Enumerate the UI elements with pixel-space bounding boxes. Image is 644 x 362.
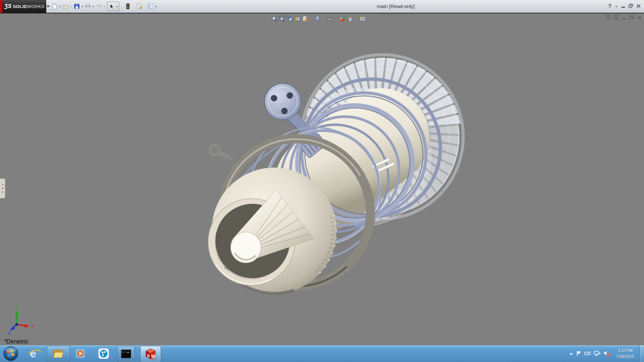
- options-caret[interactable]: ▼: [154, 5, 158, 8]
- print-caret[interactable]: ▼: [92, 5, 95, 8]
- view-orientation-cube-icon[interactable]: [314, 15, 321, 22]
- media-player-button[interactable]: [72, 346, 89, 361]
- taskbar-clock[interactable]: 2:12 PM 7/28/2015: [612, 345, 639, 362]
- internet-explorer-button[interactable]: e: [27, 346, 42, 361]
- hide-show-items-glasses-icon[interactable]: [326, 15, 334, 22]
- solidworks-taskbar-button[interactable]: S W 2015: [140, 346, 161, 362]
- minimize-document-button[interactable]: [622, 15, 626, 21]
- solidworks-logo: ƷS SOLID WORKS: [2, 0, 46, 13]
- show-desktop-button[interactable]: [639, 345, 644, 362]
- close-document-button[interactable]: [637, 15, 641, 21]
- triad-z-label: Z: [8, 330, 11, 336]
- clock-time: 2:12 PM: [618, 348, 633, 354]
- file-properties-icon[interactable]: [136, 3, 143, 10]
- collapse-arrow-icon: ◂: [2, 183, 3, 186]
- help-caret[interactable]: ▼: [614, 5, 618, 8]
- triad-y-label: Y: [15, 305, 18, 310]
- section-view-icon[interactable]: [293, 15, 301, 22]
- options-icon[interactable]: [147, 3, 154, 10]
- apply-scene-ball-icon[interactable]: [346, 15, 354, 22]
- sw-badge-s: S: [147, 353, 150, 358]
- action-center-flag-icon[interactable]: [576, 350, 582, 358]
- save-caret[interactable]: ▼: [80, 5, 84, 8]
- feature-tree-collapse-tab[interactable]: ◂ ◂ ◂: [0, 178, 5, 198]
- reference-triad: Y X Z: [3, 304, 40, 341]
- logo-brand-bold: SOLID: [13, 4, 27, 9]
- close-button[interactable]: [636, 3, 641, 9]
- edit-appearance-ball-icon[interactable]: [338, 15, 346, 22]
- rebuild-traffic-light-icon[interactable]: [124, 3, 131, 10]
- help-button[interactable]: ?: [608, 3, 611, 9]
- print-icon[interactable]: [84, 3, 92, 10]
- collapse-arrow-icon: ◂: [2, 187, 3, 190]
- title-controls: ? ▼: [608, 0, 641, 13]
- select-cursor-icon: [108, 3, 115, 10]
- view-orientation-label: *Dimetric: [4, 338, 29, 345]
- previous-view-icon[interactable]: [286, 15, 293, 22]
- share-app-button[interactable]: [95, 346, 112, 361]
- logo-mark: ƷS: [4, 3, 12, 10]
- volume-muted-icon[interactable]: [603, 350, 610, 358]
- document-window-controls: [606, 15, 641, 21]
- power-plug-icon[interactable]: [584, 350, 591, 358]
- title-bar: ƷS SOLID WORKS ▶ ▼ ▼ ▼ ▼ ▼ ▼: [0, 0, 644, 13]
- cmd-prompt-text: C:\: [122, 351, 126, 354]
- open-document-caret[interactable]: ▼: [69, 5, 73, 8]
- new-document-caret[interactable]: ▼: [58, 5, 62, 8]
- network-display-icon[interactable]: [594, 350, 600, 358]
- window-title: main [Read-only]: [349, 0, 443, 13]
- drawing-view-icon[interactable]: [301, 15, 309, 22]
- view-settings-icon[interactable]: [359, 15, 366, 22]
- save-icon[interactable]: [73, 3, 80, 10]
- collapse-arrow-icon: ◂: [2, 191, 3, 193]
- rear-fan-blades: [305, 57, 461, 214]
- clock-date: 7/28/2015: [616, 354, 634, 360]
- show-hidden-icons-button[interactable]: [569, 351, 574, 357]
- start-button[interactable]: [3, 346, 19, 361]
- select-tool-button[interactable]: ▼: [107, 2, 119, 11]
- jet-engine-3d-model: [0, 13, 644, 345]
- ie-e-glyph: e: [30, 348, 36, 360]
- new-document-icon[interactable]: [51, 3, 58, 10]
- command-prompt-button[interactable]: C:\: [117, 346, 135, 362]
- pane-right-icon[interactable]: [614, 15, 619, 21]
- menu-expand-arrow[interactable]: ▶: [47, 4, 50, 8]
- headsup-view-toolbar: [270, 15, 366, 22]
- app-accent-strip: [0, 0, 2, 13]
- restore-document-button[interactable]: [629, 15, 634, 21]
- undo-caret[interactable]: ▼: [103, 5, 106, 8]
- main-toolbar: ▼ ▼ ▼ ▼ ▼ ▼ ▼: [51, 1, 158, 12]
- minimize-button[interactable]: [621, 3, 626, 9]
- system-tray: [569, 345, 610, 362]
- zoom-to-area-icon[interactable]: [278, 15, 286, 22]
- logo-brand-light: WORKS: [27, 4, 45, 9]
- select-tool-caret[interactable]: ▼: [115, 5, 119, 8]
- front-fan-blades: [296, 88, 430, 223]
- open-document-icon[interactable]: [62, 3, 69, 10]
- undo-icon[interactable]: [95, 3, 103, 10]
- windows-explorer-button[interactable]: [47, 346, 70, 362]
- restore-button[interactable]: [629, 3, 633, 9]
- windows-taskbar: e C:\ S W 2015 2:12 PM 7/28/2015: [0, 345, 644, 362]
- triad-x-label: X: [31, 324, 34, 329]
- pane-left-icon[interactable]: [606, 15, 611, 21]
- zoom-to-fit-icon[interactable]: [270, 15, 278, 22]
- sw-badge-year: 2015: [151, 357, 157, 360]
- graphics-area[interactable]: ◂ ◂ ◂ Y X Z *Dimetric: [0, 13, 644, 345]
